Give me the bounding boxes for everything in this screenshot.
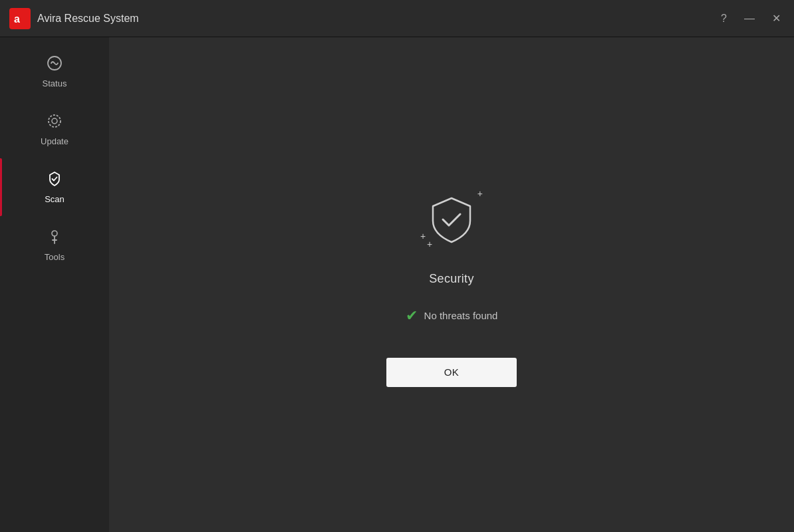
close-button[interactable]: ✕ <box>768 11 785 27</box>
svg-point-4 <box>52 231 57 236</box>
plus-decoration-2: + <box>420 231 426 241</box>
sidebar-item-update[interactable]: Update <box>0 100 109 158</box>
title-bar: a Avira Rescue System ? — ✕ <box>0 0 794 37</box>
svg-text:a: a <box>14 13 20 25</box>
sidebar-status-label: Status <box>43 78 67 88</box>
tools-icon <box>46 228 63 248</box>
svg-point-2 <box>49 115 61 127</box>
window-controls: ? — ✕ <box>717 11 785 27</box>
sidebar-update-label: Update <box>41 136 68 146</box>
svg-point-3 <box>52 118 57 124</box>
status-icon <box>46 55 63 74</box>
ok-button[interactable]: OK <box>386 358 517 387</box>
sidebar: Status Update Scan <box>0 37 109 532</box>
shield-icon <box>425 193 478 246</box>
security-heading: Security <box>429 272 473 286</box>
sidebar-item-tools[interactable]: Tools <box>0 216 109 274</box>
security-dialog: + + + Security ✔ No threats found OK <box>386 183 517 387</box>
content-area: + + + Security ✔ No threats found OK <box>109 37 794 532</box>
plus-decoration-1: + <box>477 188 483 199</box>
app-logo: a <box>9 8 31 29</box>
update-icon <box>46 112 63 132</box>
checkmark-icon: ✔ <box>406 307 418 325</box>
scan-icon <box>46 170 63 190</box>
sidebar-tools-label: Tools <box>45 252 65 262</box>
help-button[interactable]: ? <box>717 11 731 27</box>
sidebar-item-scan[interactable]: Scan <box>0 158 109 216</box>
no-threats-text: No threats found <box>424 310 498 321</box>
sidebar-scan-label: Scan <box>45 194 65 204</box>
minimize-button[interactable]: — <box>740 11 759 27</box>
main-layout: Status Update Scan <box>0 37 794 532</box>
shield-container: + + + <box>415 183 488 256</box>
sidebar-item-status[interactable]: Status <box>0 43 109 100</box>
app-title: Avira Rescue System <box>37 13 717 25</box>
plus-decoration-3: + <box>427 239 432 249</box>
status-line: ✔ No threats found <box>406 307 498 325</box>
